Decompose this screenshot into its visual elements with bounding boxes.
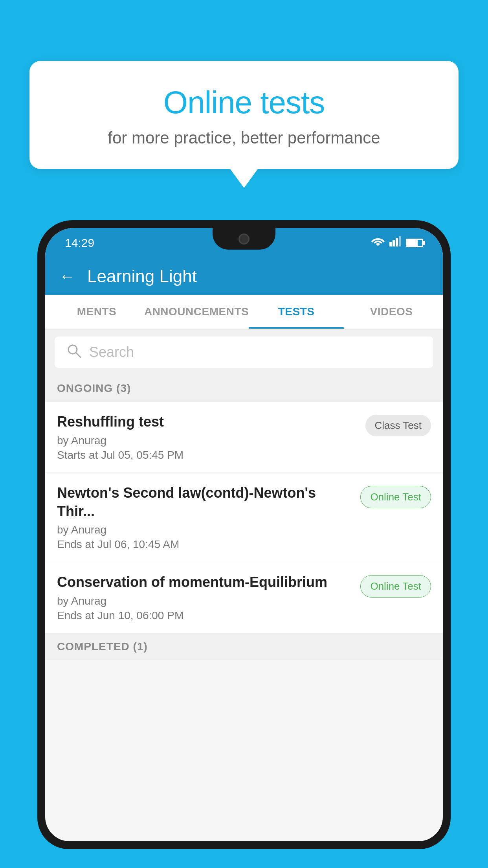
app-title: Learning Light — [87, 267, 197, 286]
phone-container: 14:29 ← Le — [37, 220, 451, 868]
tab-announcements[interactable]: ANNOUNCEMENTS — [144, 295, 249, 329]
test-badge-online: Online Test — [360, 486, 431, 508]
test-item-left: Conservation of momentum-Equilibrium by … — [57, 573, 360, 622]
search-container: Search — [45, 329, 443, 375]
phone-inner: 14:29 ← Le — [45, 228, 443, 841]
test-by: by Anurag — [57, 524, 352, 536]
test-time: Ends at Jun 10, 06:00 PM — [57, 609, 352, 622]
back-button[interactable]: ← — [59, 267, 75, 286]
bubble-title: Online tests — [53, 85, 435, 121]
completed-label: COMPLETED (1) — [57, 640, 148, 653]
tab-ments[interactable]: MENTS — [49, 295, 144, 329]
completed-section-header: COMPLETED (1) — [45, 633, 443, 660]
test-title: Newton's Second law(contd)-Newton's Thir… — [57, 484, 352, 521]
tabs-bar: MENTS ANNOUNCEMENTS TESTS VIDEOS — [45, 295, 443, 329]
test-badge-online: Online Test — [360, 575, 431, 598]
svg-rect-2 — [396, 238, 398, 246]
camera-dot — [238, 234, 250, 245]
svg-rect-0 — [389, 242, 392, 246]
status-bar: 14:29 — [45, 228, 443, 257]
wifi-icon — [371, 236, 385, 249]
test-item-left: Reshuffling test by Anurag Starts at Jul… — [57, 413, 365, 462]
signal-icon — [389, 236, 401, 249]
test-item[interactable]: Conservation of momentum-Equilibrium by … — [45, 562, 443, 633]
test-item-left: Newton's Second law(contd)-Newton's Thir… — [57, 484, 360, 551]
test-item[interactable]: Newton's Second law(contd)-Newton's Thir… — [45, 473, 443, 563]
phone-outer: 14:29 ← Le — [37, 220, 451, 849]
tab-videos[interactable]: VIDEOS — [344, 295, 439, 329]
search-box[interactable]: Search — [55, 337, 433, 368]
bubble-subtitle: for more practice, better performance — [53, 129, 435, 147]
battery-icon — [406, 239, 423, 247]
app-header: ← Learning Light — [45, 257, 443, 295]
test-by: by Anurag — [57, 434, 358, 447]
speech-bubble: Online tests for more practice, better p… — [29, 61, 459, 169]
svg-line-5 — [76, 353, 81, 357]
test-title: Conservation of momentum-Equilibrium — [57, 573, 352, 592]
test-badge-class: Class Test — [365, 415, 431, 436]
status-icons — [371, 236, 423, 249]
test-time: Starts at Jul 05, 05:45 PM — [57, 449, 358, 462]
notch — [213, 228, 275, 250]
ongoing-label: ONGOING (3) — [57, 382, 131, 394]
test-title: Reshuffling test — [57, 413, 358, 431]
svg-rect-3 — [399, 236, 401, 246]
ongoing-section-header: ONGOING (3) — [45, 375, 443, 402]
test-list: Reshuffling test by Anurag Starts at Jul… — [45, 402, 443, 633]
tab-tests[interactable]: TESTS — [249, 295, 344, 329]
test-item[interactable]: Reshuffling test by Anurag Starts at Jul… — [45, 402, 443, 473]
test-by: by Anurag — [57, 595, 352, 607]
test-time: Ends at Jul 06, 10:45 AM — [57, 538, 352, 551]
search-icon — [66, 343, 81, 362]
search-placeholder: Search — [89, 344, 134, 360]
svg-rect-1 — [393, 240, 395, 246]
speech-bubble-container: Online tests for more practice, better p… — [29, 61, 459, 169]
status-time: 14:29 — [65, 236, 94, 250]
